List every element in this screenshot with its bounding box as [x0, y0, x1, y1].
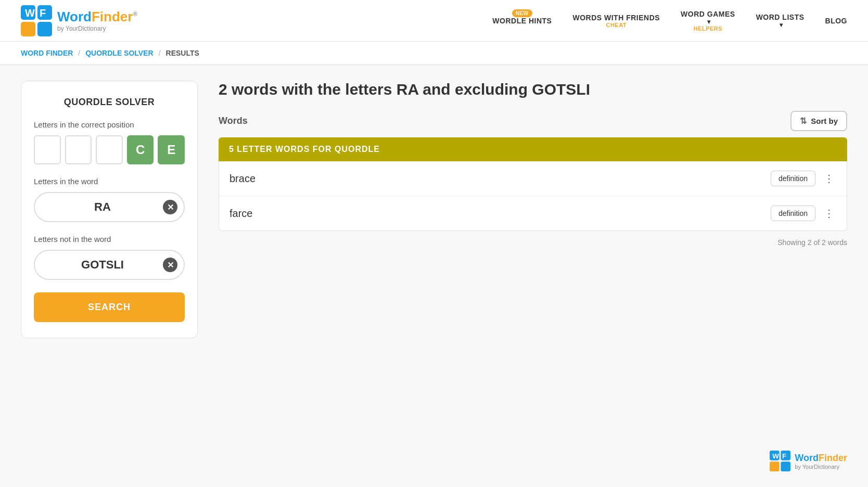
breadcrumb-quordle-solver[interactable]: QUORDLE SOLVER — [85, 49, 153, 57]
results-area: 2 words with the letters RA and excludin… — [219, 81, 847, 338]
results-title: 2 words with the letters RA and excludin… — [219, 81, 847, 98]
footer-logo-icon: W F — [770, 451, 790, 471]
logo-text: WordFinder® by YourDictionary — [57, 9, 137, 32]
nav-blog[interactable]: BLOG — [825, 17, 847, 25]
word-row: brace definition ⋮ — [219, 161, 847, 196]
sort-label: Sort by — [811, 117, 838, 125]
footer-logo: W F WordFinder by YourDictionary — [770, 451, 847, 471]
letters-not-in-word-input[interactable] — [34, 250, 185, 280]
logo-sub: by YourDictionary — [57, 25, 137, 32]
sort-icon: ⇅ — [800, 116, 807, 126]
new-badge: NEW — [512, 9, 532, 17]
letters-in-word-input[interactable] — [34, 192, 185, 222]
category-banner: 5 LETTER WORDS FOR QUORDLE — [219, 137, 847, 161]
letter-box-5[interactable]: E — [158, 135, 185, 164]
correct-position-label: Letters in the correct position — [34, 120, 185, 129]
breadcrumb-sep-2: / — [159, 49, 161, 57]
chevron-down-icon: ▾ — [780, 21, 783, 29]
nav-wordle-hints[interactable]: NEW WORDLE HINTS — [492, 17, 552, 25]
chevron-down-icon: ▾ — [707, 18, 711, 25]
panel-title: QUORDLE SOLVER — [34, 97, 185, 108]
word-list: brace definition ⋮ farce definition ⋮ — [219, 161, 847, 231]
letter-boxes: C E — [34, 135, 185, 164]
letters-in-word-input-container: ✕ — [34, 192, 185, 222]
svg-rect-2 — [21, 22, 35, 36]
clear-letters-not-in-word-button[interactable]: ✕ — [163, 258, 177, 272]
words-label: Words — [219, 116, 248, 126]
more-farce-button[interactable]: ⋮ — [822, 206, 836, 221]
main-nav: NEW WORDLE HINTS WORDS WITH FRIENDS CHEA… — [492, 10, 847, 32]
logo-icon: W F — [21, 5, 52, 36]
nav-words-with-friends[interactable]: WORDS WITH FRIENDS CHEAT — [572, 14, 660, 28]
letter-box-1[interactable] — [34, 135, 61, 164]
breadcrumb-results: RESULTS — [166, 49, 199, 57]
showing-count: Showing 2 of 2 words — [219, 238, 847, 247]
search-button[interactable]: SEARCH — [34, 292, 185, 322]
svg-text:F: F — [782, 452, 786, 460]
definition-brace-button[interactable]: definition — [771, 171, 815, 186]
word-row: farce definition ⋮ — [219, 196, 847, 230]
breadcrumb-sep-1: / — [78, 49, 80, 57]
svg-rect-9 — [781, 462, 791, 471]
main-content: QUORDLE SOLVER Letters in the correct po… — [0, 65, 868, 354]
word-farce: farce — [229, 208, 252, 220]
letter-box-4[interactable]: C — [127, 135, 154, 164]
footer-logo-text: WordFinder by YourDictionary — [795, 453, 847, 470]
word-brace: brace — [229, 173, 256, 185]
nav-word-lists[interactable]: WORD LISTS▾ — [756, 13, 805, 29]
breadcrumb-word-finder[interactable]: WORD FINDER — [21, 49, 73, 57]
word-farce-actions: definition ⋮ — [771, 206, 836, 221]
header: W F WordFinder® by YourDictionary NEW WO… — [0, 0, 868, 42]
word-brace-actions: definition ⋮ — [771, 171, 836, 186]
definition-farce-button[interactable]: definition — [771, 206, 815, 221]
svg-text:W: W — [773, 452, 780, 460]
breadcrumb: WORD FINDER / QUORDLE SOLVER / RESULTS — [0, 42, 868, 65]
svg-text:F: F — [40, 7, 46, 19]
svg-rect-3 — [37, 22, 52, 36]
results-header: Words ⇅ Sort by — [219, 111, 847, 131]
letter-box-3[interactable] — [96, 135, 123, 164]
letters-in-word-label: Letters in the word — [34, 177, 185, 186]
letters-not-in-word-label: Letters not in the word — [34, 235, 185, 244]
clear-letters-in-word-button[interactable]: ✕ — [163, 200, 177, 214]
more-brace-button[interactable]: ⋮ — [822, 171, 836, 186]
letter-box-2[interactable] — [65, 135, 92, 164]
logo-wordfinder: WordFinder® — [57, 9, 137, 25]
letters-not-in-word-input-container: ✕ — [34, 250, 185, 280]
logo[interactable]: W F WordFinder® by YourDictionary — [21, 5, 137, 36]
svg-text:W: W — [25, 7, 35, 19]
sort-button[interactable]: ⇅ Sort by — [790, 111, 847, 131]
nav-word-games[interactable]: WORD GAMES▾ HELPERS — [681, 10, 735, 32]
svg-rect-8 — [770, 462, 780, 471]
sidebar-panel: QUORDLE SOLVER Letters in the correct po… — [21, 81, 198, 338]
